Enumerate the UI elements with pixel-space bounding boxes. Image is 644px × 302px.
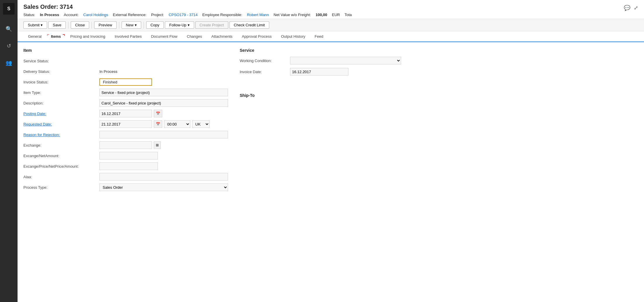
- chat-icon[interactable]: 💬: [624, 5, 630, 11]
- description-input[interactable]: [99, 99, 228, 107]
- posting-date-row: Posting Date: 📅: [23, 109, 228, 118]
- item-type-row: Item Type:: [23, 88, 228, 97]
- ship-to-title: Ship-To: [240, 93, 638, 98]
- invoice-date-row: Invoice Date:: [240, 68, 638, 76]
- exchange-price-net-input[interactable]: [99, 162, 158, 170]
- preview-button[interactable]: Preview: [94, 21, 116, 29]
- tab-attachments[interactable]: Attachments: [207, 31, 237, 42]
- main-content: Sales Order: 3714 💬 ⤢ Status: In Process…: [18, 0, 644, 302]
- tab-feed[interactable]: Feed: [310, 31, 328, 42]
- total-label: Tota: [345, 13, 352, 17]
- new-button[interactable]: New ▾: [122, 21, 141, 29]
- employee-label: Employee Responsible:: [202, 13, 242, 17]
- currency: EUR: [332, 13, 340, 17]
- sidebar-search-icon[interactable]: 🔍: [3, 23, 14, 35]
- reason-for-rejection-label[interactable]: Reason for Rejection:: [23, 133, 99, 137]
- project-label: Project:: [151, 13, 164, 17]
- follow-up-button[interactable]: Follow-Up ▾: [165, 21, 194, 29]
- new-arrow-icon: ▾: [135, 23, 137, 27]
- tab-involved-parties[interactable]: Involved Parties: [110, 31, 146, 42]
- copy-button[interactable]: Copy: [146, 21, 164, 29]
- alaa-input[interactable]: [99, 173, 228, 181]
- requested-time-select[interactable]: 00:00: [164, 120, 190, 128]
- right-panel: Service Working Condition: Invoice Date:…: [240, 48, 638, 194]
- exchange-net-amount-row: Excange/NetAmount:: [23, 152, 228, 160]
- exchange-controls: ⊞: [99, 141, 161, 149]
- tab-output-history[interactable]: Output History: [276, 31, 310, 42]
- exchange-price-net-label: Excange/Price/NetPrice/Amount:: [23, 164, 99, 169]
- exchange-input[interactable]: [99, 141, 152, 149]
- tab-changes[interactable]: Changes: [182, 31, 207, 42]
- invoice-status-label: Invoice Status:: [23, 80, 99, 84]
- invoice-date-label: Invoice Date:: [240, 70, 286, 74]
- exchange-price-net-row: Excange/Price/NetPrice/Amount:: [23, 162, 228, 170]
- tab-approval-process[interactable]: Approval Process: [237, 31, 276, 42]
- separator-1: [68, 22, 68, 29]
- expand-icon[interactable]: ⤢: [634, 5, 638, 11]
- tab-pricing-invoicing[interactable]: Pricing and Invoicing: [65, 31, 110, 42]
- working-condition-row: Working Condition:: [240, 57, 638, 64]
- tab-document-flow[interactable]: Document Flow: [146, 31, 182, 42]
- process-type-select[interactable]: Sales Order: [99, 183, 228, 191]
- tab-bar: General ⌐ Items ¬ Pricing and Invoicing …: [18, 31, 644, 42]
- reason-for-rejection-input[interactable]: [99, 131, 228, 138]
- exchange-net-amount-input[interactable]: [99, 152, 158, 159]
- process-type-row: Process Type: Sales Order: [23, 183, 228, 191]
- follow-up-arrow-icon: ▾: [188, 23, 190, 27]
- service-status-row: Service Status:: [23, 57, 228, 65]
- requested-date-row: Requested Date: 📅 00:00 UK: [23, 120, 228, 128]
- page-header: Sales Order: 3714 💬 ⤢ Status: In Process…: [18, 0, 644, 19]
- exchange-net-amount-label: Excange/NetAmount:: [23, 154, 99, 158]
- sidebar-refresh-icon[interactable]: ↺: [4, 40, 13, 52]
- invoice-date-input[interactable]: [290, 68, 348, 76]
- requested-region-select[interactable]: UK: [192, 120, 210, 128]
- requested-date-input[interactable]: [99, 120, 152, 128]
- toolbar: Submit ▾ Save Close Preview New ▾ Copy: [18, 19, 644, 31]
- close-button[interactable]: Close: [71, 21, 89, 29]
- external-ref-label: External Reference:: [113, 13, 146, 17]
- requested-date-calendar-btn[interactable]: 📅: [154, 120, 162, 128]
- check-credit-limit-button[interactable]: Check Credit Limit: [229, 21, 269, 29]
- process-type-label: Process Type:: [23, 185, 99, 190]
- account-label: Account:: [64, 13, 79, 17]
- app-logo: S: [3, 3, 15, 15]
- sidebar-users-icon[interactable]: 👥: [3, 57, 14, 68]
- working-condition-select[interactable]: [290, 57, 401, 64]
- posting-date-controls: 📅: [99, 110, 162, 117]
- item-section-title: Item: [23, 48, 228, 53]
- alaa-row: Alaa:: [23, 173, 228, 181]
- employee-link[interactable]: Robert Mann: [247, 13, 269, 17]
- posting-date-input[interactable]: [99, 110, 152, 117]
- exchange-row: Exchange: ⊞: [23, 141, 228, 149]
- requested-date-label[interactable]: Requested Date:: [23, 122, 99, 126]
- account-link[interactable]: Carol Holdings: [83, 13, 108, 17]
- invoice-status-value: Finished: [103, 80, 117, 84]
- separator-3: [119, 22, 119, 29]
- status-value: In Process: [40, 13, 59, 17]
- delivery-status-label: Delivery Status:: [23, 69, 99, 74]
- separator-2: [91, 22, 92, 29]
- net-value: 100,00: [315, 13, 327, 17]
- service-section-title: Service: [240, 48, 638, 53]
- tab-general[interactable]: General: [23, 31, 46, 42]
- save-button[interactable]: Save: [48, 21, 66, 29]
- alaa-label: Alaa:: [23, 175, 99, 179]
- posting-date-label[interactable]: Posting Date:: [23, 111, 99, 116]
- submit-button[interactable]: Submit ▾: [23, 21, 47, 29]
- separator-4: [144, 22, 144, 29]
- delivery-status-value: In Process: [99, 69, 117, 74]
- item-type-input[interactable]: [99, 89, 228, 96]
- service-status-label: Service Status:: [23, 59, 99, 63]
- status-label: Status:: [23, 13, 35, 17]
- project-link[interactable]: CPSO179 - 3714: [169, 13, 198, 17]
- page-title: Sales Order: 3714: [23, 4, 73, 10]
- submit-arrow-icon: ▾: [41, 23, 43, 27]
- exchange-calc-btn[interactable]: ⊞: [154, 141, 161, 149]
- tab-items[interactable]: ⌐ Items ¬: [46, 31, 65, 42]
- status-bar: Status: In Process Account: Carol Holdin…: [23, 13, 638, 17]
- requested-date-controls: 📅 00:00 UK: [99, 120, 210, 128]
- posting-date-calendar-btn[interactable]: 📅: [154, 110, 162, 117]
- create-project-button[interactable]: Create Project: [195, 21, 228, 29]
- exchange-label: Exchange:: [23, 143, 99, 147]
- reason-for-rejection-row: Reason for Rejection:: [23, 131, 228, 139]
